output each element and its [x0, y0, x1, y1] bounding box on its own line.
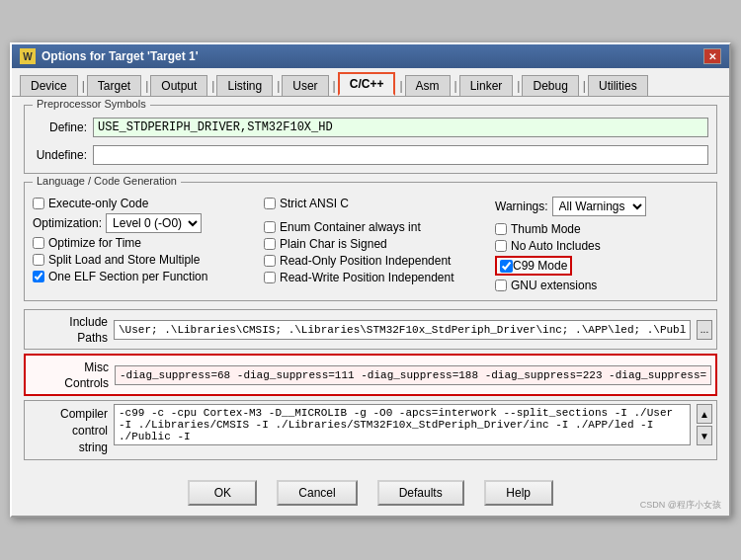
tabs-row: Device | Target | Output | Listing | Use…: [12, 68, 729, 97]
enum-container-label: Enum Container always int: [280, 220, 421, 234]
tab-asm[interactable]: Asm: [405, 75, 451, 96]
undefine-row: Undefine:: [33, 145, 708, 165]
include-paths-browse[interactable]: ...: [697, 320, 712, 340]
sep2: |: [143, 76, 150, 96]
define-input[interactable]: [93, 118, 708, 137]
tab-linker[interactable]: Linker: [459, 75, 514, 96]
dialog-title: Options for Target 'Target 1': [41, 49, 199, 63]
compiler-scroll-up[interactable]: ▲: [697, 404, 712, 424]
plain-char-signed: Plain Char is Signed: [264, 237, 491, 251]
button-row: OK Cancel Defaults Help: [12, 472, 729, 516]
optimize-time-label: Optimize for Time: [48, 236, 141, 250]
compiler-scroll-down[interactable]: ▼: [697, 426, 712, 445]
tab-content: Preprocessor Symbols Define: Undefine: L…: [12, 97, 729, 472]
include-paths-input[interactable]: [114, 320, 691, 340]
plain-char-label: Plain Char is Signed: [280, 237, 387, 251]
compiler-control-input[interactable]: -c99 -c -cpu Cortex-M3 -D__MICROLIB -g -…: [114, 404, 691, 445]
undefine-input[interactable]: [93, 145, 708, 165]
title-icon: W: [20, 48, 36, 64]
execute-only-checkbox[interactable]: [33, 198, 44, 209]
defaults-button[interactable]: Defaults: [377, 480, 464, 506]
tab-target[interactable]: Target: [87, 75, 141, 96]
cancel-button[interactable]: Cancel: [277, 480, 357, 506]
gnu-ext-label: GNU extensions: [511, 279, 597, 292]
misc-controls-group: Misc Controls: [24, 354, 717, 396]
execute-only-label: Execute-only Code: [48, 197, 148, 210]
preprocessor-group: Preprocessor Symbols Define: Undefine:: [24, 105, 717, 174]
include-paths-row: Include Paths ...: [25, 310, 716, 349]
gnu-ext-checkbox[interactable]: [495, 280, 507, 291]
optimization-label: Optimization:: [33, 216, 102, 230]
define-row: Define:: [33, 118, 708, 137]
undefine-label: Undefine:: [33, 148, 87, 162]
sep3: |: [209, 76, 216, 96]
title-bar: W Options for Target 'Target 1' ✕: [12, 44, 729, 68]
no-auto-checkbox[interactable]: [495, 240, 507, 252]
optimization-select[interactable]: Level 0 (-O0) Level 1 (-O1) Level 2 (-O2…: [106, 213, 202, 233]
readonly-pos-label: Read-Only Position Independent: [280, 254, 451, 268]
preprocessor-title: Preprocessor Symbols: [33, 98, 150, 110]
strict-ansi-c: Strict ANSI C: [264, 197, 491, 210]
include-paths-label: Include Paths: [29, 313, 108, 346]
warnings-select[interactable]: All Warnings No Warnings: [552, 197, 646, 216]
ok-button[interactable]: OK: [188, 480, 257, 506]
tab-cpp[interactable]: C/C++: [338, 72, 396, 96]
compiler-control-group: Compiler control string -c99 -c -cpu Cor…: [24, 400, 717, 459]
sep8: |: [515, 76, 522, 96]
enum-container: Enum Container always int: [264, 220, 491, 234]
optimize-time-checkbox[interactable]: [33, 237, 44, 249]
thumb-mode-checkbox[interactable]: [495, 223, 507, 235]
split-load-label: Split Load and Store Multiple: [48, 253, 200, 267]
close-button[interactable]: ✕: [703, 48, 721, 64]
sep5: |: [331, 76, 338, 96]
col1: Execute-only Code Optimization: Level 0 …: [33, 197, 260, 292]
tab-output[interactable]: Output: [150, 75, 207, 96]
compiler-control-row: Compiler control string -c99 -c -cpu Cor…: [25, 401, 716, 458]
readwrite-pos-checkbox[interactable]: [264, 272, 276, 283]
sep1: |: [80, 76, 87, 96]
optimize-for-time: Optimize for Time: [33, 236, 260, 250]
col2: Strict ANSI C Enum Container always int …: [264, 197, 491, 292]
misc-controls-row: Misc Controls: [26, 356, 715, 394]
enum-container-checkbox[interactable]: [264, 221, 276, 233]
execute-only-code: Execute-only Code: [33, 197, 260, 210]
misc-controls-input[interactable]: [115, 365, 711, 385]
thumb-mode: Thumb Mode: [495, 222, 708, 236]
sep6: |: [397, 76, 404, 96]
define-label: Define:: [33, 120, 87, 134]
plain-char-checkbox[interactable]: [264, 238, 276, 250]
misc-controls-label: Misc Controls: [30, 359, 109, 391]
compiler-control-label: Compiler control string: [29, 404, 108, 455]
thumb-mode-label: Thumb Mode: [511, 222, 581, 236]
readwrite-pos-label: Read-Write Position Independent: [280, 271, 454, 284]
compiler-control-container: -c99 -c -cpu Cortex-M3 -D__MICROLIB -g -…: [114, 404, 691, 448]
strict-ansi-checkbox[interactable]: [264, 198, 276, 209]
one-elf-section: One ELF Section per Function: [33, 270, 260, 283]
readwrite-position-independent: Read-Write Position Independent: [264, 271, 491, 284]
help-button[interactable]: Help: [484, 480, 553, 506]
compiler-scroll-arrows: ▲ ▼: [697, 404, 712, 445]
tab-debug[interactable]: Debug: [522, 75, 578, 96]
tab-user[interactable]: User: [282, 75, 328, 96]
split-load-checkbox[interactable]: [33, 254, 44, 266]
tab-device[interactable]: Device: [20, 75, 78, 96]
warnings-label: Warnings:: [495, 200, 548, 213]
sep9: |: [581, 76, 588, 96]
one-elf-checkbox[interactable]: [33, 271, 44, 282]
split-load-store: Split Load and Store Multiple: [33, 253, 260, 267]
tab-utilities[interactable]: Utilities: [588, 75, 648, 96]
one-elf-label: One ELF Section per Function: [48, 270, 207, 283]
include-paths-group: Include Paths ...: [24, 309, 717, 350]
readonly-position-independent: Read-Only Position Independent: [264, 254, 491, 268]
main-dialog: W Options for Target 'Target 1' ✕ Device…: [10, 42, 731, 518]
strict-ansi-label: Strict ANSI C: [280, 197, 349, 210]
readonly-pos-checkbox[interactable]: [264, 255, 276, 267]
c99-mode-checkbox[interactable]: [500, 260, 513, 273]
tab-listing[interactable]: Listing: [216, 75, 273, 96]
sep7: |: [453, 76, 459, 96]
gnu-extensions: GNU extensions: [495, 279, 708, 292]
c99-mode-label: C99 Mode: [513, 259, 567, 273]
sep4: |: [275, 76, 282, 96]
language-group: Language / Code Generation Execute-only …: [24, 182, 717, 301]
c99-mode-box: C99 Mode: [495, 256, 572, 276]
